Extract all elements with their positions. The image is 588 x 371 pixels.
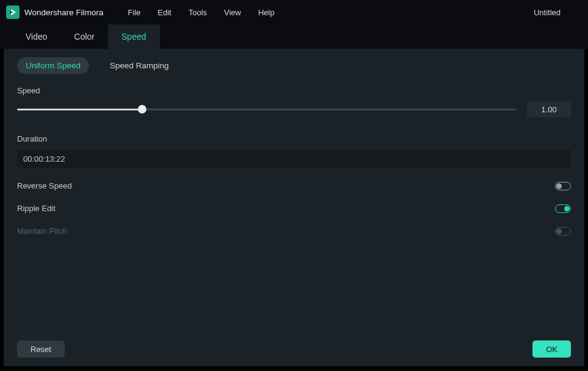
subtab-uniform-speed[interactable]: Uniform Speed [17, 57, 89, 74]
duration-label: Duration [17, 134, 571, 143]
speed-panel: Uniform Speed Speed Ramping Speed 1.00 D… [4, 49, 584, 366]
speed-slider[interactable] [17, 105, 516, 113]
ripple-edit-toggle[interactable] [555, 204, 571, 213]
ripple-edit-row: Ripple Edit [17, 204, 571, 213]
panel-tabs: Video Color Speed [0, 24, 588, 49]
project-title: Untitled [534, 8, 561, 17]
ripple-edit-label: Ripple Edit [17, 204, 56, 213]
app-logo-icon [6, 5, 20, 19]
speed-value[interactable]: 1.00 [527, 101, 571, 117]
menu-view[interactable]: View [224, 8, 241, 17]
duration-input[interactable] [17, 149, 571, 168]
reset-button[interactable]: Reset [17, 340, 65, 358]
maintain-pitch-label: Maintain Pitch [17, 226, 67, 236]
speed-slider-thumb[interactable] [138, 105, 146, 113]
menu-edit[interactable]: Edit [158, 8, 171, 17]
brand-label: Wondershare Filmora [24, 8, 104, 17]
menu-tools[interactable]: Tools [188, 8, 207, 17]
tab-color[interactable]: Color [61, 24, 108, 49]
main-menu: File Edit Tools View Help [128, 8, 534, 17]
reverse-speed-label: Reverse Speed [17, 181, 72, 190]
ok-button[interactable]: OK [532, 340, 571, 358]
menu-file[interactable]: File [128, 8, 141, 17]
maintain-pitch-row: Maintain Pitch [17, 226, 571, 236]
tab-speed[interactable]: Speed [108, 24, 159, 49]
speed-subtabs: Uniform Speed Speed Ramping [17, 57, 571, 74]
reverse-speed-toggle[interactable] [555, 182, 571, 190]
menu-help[interactable]: Help [258, 8, 274, 17]
speed-label: Speed [17, 86, 571, 95]
topbar: Wondershare Filmora File Edit Tools View… [0, 0, 588, 24]
subtab-speed-ramping[interactable]: Speed Ramping [101, 57, 177, 74]
panel-footer: Reset OK [17, 340, 571, 358]
reverse-speed-row: Reverse Speed [17, 181, 571, 190]
maintain-pitch-toggle [555, 227, 571, 236]
tab-video[interactable]: Video [12, 24, 61, 49]
speed-slider-row: 1.00 [17, 101, 571, 117]
